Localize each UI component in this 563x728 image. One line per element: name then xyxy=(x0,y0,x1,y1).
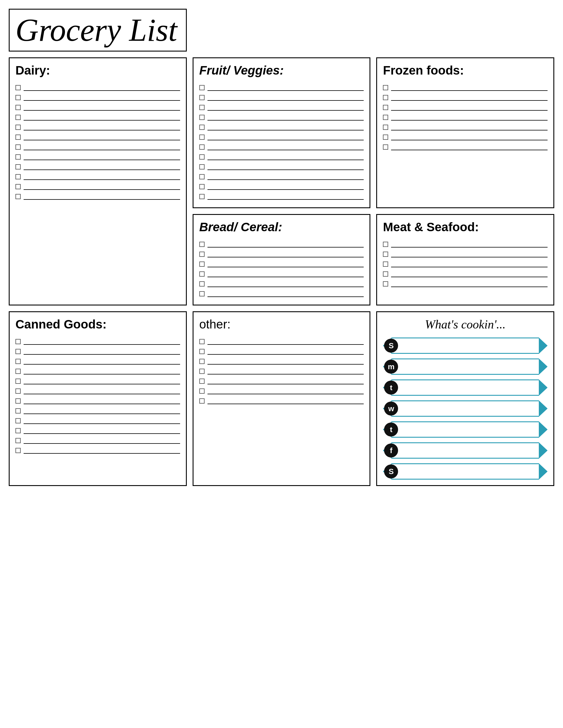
day-circle-t2: t xyxy=(384,423,398,437)
check-line xyxy=(24,124,180,130)
checkbox[interactable] xyxy=(199,194,204,199)
check-line xyxy=(207,144,364,150)
checkbox[interactable] xyxy=(199,359,204,364)
checkbox[interactable] xyxy=(15,428,21,433)
checkbox[interactable] xyxy=(15,339,21,344)
checkbox[interactable] xyxy=(199,125,204,130)
checkbox[interactable] xyxy=(199,95,204,100)
checkbox[interactable] xyxy=(199,339,204,344)
checkbox[interactable] xyxy=(199,174,204,179)
list-item xyxy=(15,347,180,356)
checkbox[interactable] xyxy=(15,105,21,110)
list-item xyxy=(199,172,364,182)
checkbox[interactable] xyxy=(15,174,21,179)
checkbox[interactable] xyxy=(383,261,388,267)
dairy-title: Dairy: xyxy=(15,63,180,77)
checkbox[interactable] xyxy=(199,398,204,404)
checkbox[interactable] xyxy=(15,349,21,354)
checkbox[interactable] xyxy=(15,388,21,394)
checkbox[interactable] xyxy=(383,115,388,120)
check-line xyxy=(24,174,180,180)
arrow-right-border xyxy=(539,400,548,417)
checkbox[interactable] xyxy=(383,95,388,100)
checkbox[interactable] xyxy=(15,95,21,100)
check-line xyxy=(24,164,180,170)
list-item xyxy=(199,83,364,93)
checkbox[interactable] xyxy=(383,135,388,140)
arrow-shape: t xyxy=(383,421,548,438)
checkbox[interactable] xyxy=(15,408,21,414)
checkbox[interactable] xyxy=(199,164,204,169)
list-item xyxy=(199,112,364,122)
list-item xyxy=(199,103,364,112)
checkbox[interactable] xyxy=(199,271,204,277)
checkbox[interactable] xyxy=(199,154,204,160)
checkbox[interactable] xyxy=(383,252,388,257)
checkbox[interactable] xyxy=(15,398,21,404)
fruit-veggies-title: Fruit/ Veggies: xyxy=(199,63,364,77)
checkbox[interactable] xyxy=(199,252,204,257)
whats-cookin-section: What's cookin'... S xyxy=(376,311,554,486)
checkbox[interactable] xyxy=(199,291,204,296)
checkbox[interactable] xyxy=(15,448,21,453)
arrow-right-border xyxy=(539,338,548,354)
list-item xyxy=(383,239,548,249)
checkbox[interactable] xyxy=(15,379,21,384)
checkbox[interactable] xyxy=(383,125,388,130)
checkbox[interactable] xyxy=(199,85,204,90)
check-line xyxy=(24,418,180,424)
check-line xyxy=(207,164,364,170)
list-item xyxy=(15,366,180,376)
checkbox[interactable] xyxy=(15,369,21,374)
list-item xyxy=(15,142,180,152)
checkbox[interactable] xyxy=(199,115,204,120)
checkbox[interactable] xyxy=(199,261,204,267)
checkbox[interactable] xyxy=(199,281,204,287)
checkbox[interactable] xyxy=(199,105,204,110)
checkbox[interactable] xyxy=(199,135,204,140)
checkbox[interactable] xyxy=(15,438,21,443)
list-item xyxy=(199,356,364,366)
checkbox[interactable] xyxy=(15,135,21,140)
day-arrow-sunday: S xyxy=(383,337,548,354)
dairy-section: Dairy: xyxy=(9,57,187,305)
list-item xyxy=(199,132,364,142)
checkbox[interactable] xyxy=(199,379,204,384)
check-line xyxy=(207,193,364,200)
checkbox[interactable] xyxy=(383,281,388,287)
list-item xyxy=(15,172,180,182)
checkbox[interactable] xyxy=(15,359,21,364)
checkbox[interactable] xyxy=(15,85,21,90)
check-line xyxy=(391,104,548,111)
checkbox[interactable] xyxy=(15,418,21,423)
checkbox[interactable] xyxy=(383,144,388,150)
checkbox[interactable] xyxy=(15,154,21,160)
checkbox[interactable] xyxy=(199,144,204,150)
list-item xyxy=(15,122,180,132)
list-item xyxy=(15,162,180,172)
checkbox[interactable] xyxy=(15,184,21,189)
checkbox[interactable] xyxy=(15,125,21,130)
checkbox[interactable] xyxy=(15,144,21,150)
check-line xyxy=(207,134,364,140)
checkbox[interactable] xyxy=(199,242,204,247)
checkbox[interactable] xyxy=(15,115,21,120)
checkbox[interactable] xyxy=(383,85,388,90)
checkbox[interactable] xyxy=(199,184,204,189)
arrow-right-border xyxy=(539,421,548,438)
checkbox[interactable] xyxy=(383,271,388,277)
checkbox[interactable] xyxy=(15,194,21,199)
check-line xyxy=(391,134,548,140)
checkbox[interactable] xyxy=(383,105,388,110)
checkbox[interactable] xyxy=(199,349,204,354)
list-item xyxy=(383,93,548,103)
other-list xyxy=(199,337,364,406)
check-line xyxy=(24,144,180,150)
checkbox[interactable] xyxy=(15,164,21,169)
checkbox[interactable] xyxy=(199,369,204,374)
checkbox[interactable] xyxy=(199,388,204,394)
list-item xyxy=(15,356,180,366)
list-item xyxy=(383,132,548,142)
title-box: Grocery List xyxy=(9,9,187,52)
checkbox[interactable] xyxy=(383,242,388,247)
